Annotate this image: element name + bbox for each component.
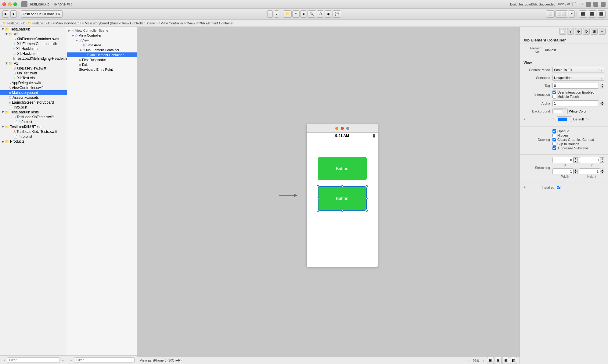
debug-nav-button[interactable]: ⬡	[317, 10, 324, 18]
clears-graphics-checkbox[interactable]: Clears Graphics Context	[552, 138, 594, 141]
connections-inspector-btn[interactable]: →	[599, 28, 606, 35]
filter-options-icon[interactable]: ⊕	[62, 358, 64, 362]
zoom-in-button[interactable]: +	[482, 358, 484, 363]
assistant-editor-button[interactable]: ≡	[569, 10, 575, 18]
scheme-selector[interactable]: TestLoadXib › iPhone XR	[21, 10, 63, 18]
forward-button[interactable]: ›	[274, 10, 279, 18]
stretch-x-decrement[interactable]: ▼	[574, 160, 578, 163]
autoresize-checkbox[interactable]: Autoresize Subviews	[552, 146, 588, 150]
semantic-select[interactable]: Unspecified ⌃⌄	[552, 75, 604, 81]
sidebar-item-appdelegate[interactable]: ▶ S AppDelegate.swift	[0, 80, 67, 85]
alpha-input[interactable]	[552, 100, 599, 106]
nav-item-entry-point[interactable]: ▶ → Storyboard Entry Point	[67, 67, 137, 72]
sidebar-item-xibtest-xib[interactable]: ▶ ✦ XibTest.xib	[0, 76, 67, 80]
sidebar-item-launch-storyboard[interactable]: ▶ ◈ LaunchScreen.storyboard	[0, 100, 67, 105]
sidebar-item-uitests-swift[interactable]: ▶ S TestLoadXibUITests.swift	[0, 129, 67, 134]
nav-item-exit[interactable]: ▶ ⊠ Exit	[67, 62, 137, 67]
installed-input[interactable]	[557, 186, 560, 189]
sidebar-item-xibcontainer-xib[interactable]: ▶ ✦ XibElementContainer.xib	[0, 41, 67, 46]
close-button[interactable]	[2, 2, 6, 6]
autoresize-input[interactable]	[552, 146, 556, 150]
nav-item-scene[interactable]: ▶ ◎ View Controller Scene	[67, 28, 137, 33]
attributes-inspector-btn[interactable]: ⊚	[583, 28, 590, 35]
sidebar-item-xibbaseview[interactable]: ▶ S XibBaseView.swift	[0, 66, 67, 71]
breadcrumb-item-4[interactable]: View Controller Scene	[122, 21, 155, 25]
stretch-x-input[interactable]	[552, 157, 574, 163]
tag-decrement[interactable]: ▼	[600, 86, 604, 88]
tint-color-swatch[interactable]	[557, 116, 572, 122]
nav-filter-input[interactable]	[74, 357, 135, 363]
stretch-w-input[interactable]	[552, 168, 574, 174]
sidebar-item-uitests-group[interactable]: ▶ 📁 TestLoadXibUITests	[0, 124, 67, 129]
alpha-increment[interactable]: ▲	[600, 101, 604, 103]
hide-right-panel-button[interactable]: ⬛	[597, 10, 606, 18]
handle-tl[interactable]	[317, 185, 319, 187]
find-nav-button[interactable]: 🔍	[308, 10, 316, 18]
tag-input[interactable]	[552, 83, 599, 89]
clip-to-bounds-input[interactable]	[552, 142, 556, 146]
run-button[interactable]: ▶	[2, 10, 9, 18]
stretch-h-decrement[interactable]: ▼	[600, 171, 604, 174]
breakpoint-nav-button[interactable]: ◉	[325, 10, 332, 18]
maximize-button[interactable]	[13, 2, 17, 6]
hide-bottom-panel-button[interactable]: ⬛	[588, 10, 596, 18]
stretch-x-increment[interactable]: ▲	[574, 157, 578, 160]
breadcrumb-item-3[interactable]: ◈ Main.storyboard (Base)	[82, 21, 120, 25]
nav-item-xib-container-child[interactable]: ▶ □ Xib Element Container	[67, 52, 137, 57]
stretch-h-increment[interactable]: ▲	[600, 169, 604, 171]
stretch-y-decrement[interactable]: ▼	[600, 160, 604, 163]
user-interaction-checkbox[interactable]: User Interaction Enabled	[552, 91, 594, 94]
breadcrumb-item-5[interactable]: ⬡ View Controller	[157, 21, 183, 25]
handle-mr[interactable]	[366, 198, 368, 199]
source-nav-button[interactable]: ⚠	[292, 10, 300, 18]
minimize-button[interactable]	[8, 2, 12, 6]
canvas-zoom-button[interactable]: ⊟	[495, 357, 502, 364]
handle-br[interactable]	[366, 210, 368, 212]
stretch-w-decrement[interactable]: ▼	[574, 171, 578, 174]
standard-editor-button[interactable]: ⬜	[546, 10, 555, 18]
hide-left-panel-button[interactable]: ⬛	[579, 10, 587, 18]
back-button[interactable]: ‹	[267, 10, 273, 18]
canvas-grid-button[interactable]: ⊞	[502, 357, 509, 364]
hidden-checkbox[interactable]: Hidden	[552, 134, 568, 137]
breadcrumb-item-7[interactable]: □ Xib Element Container	[197, 21, 233, 25]
button-1[interactable]: Button	[318, 157, 367, 180]
breadcrumb-item-2[interactable]: ◈ Main.storyboard	[52, 21, 80, 25]
breadcrumb-item-0[interactable]: 📁 TestLoadXib	[2, 21, 25, 25]
sidebar-item-uitests-plist[interactable]: ▶ 📄 Info.plist	[0, 134, 67, 139]
sidebar-item-xibtest-swift[interactable]: ▶ S XibTest.swift	[0, 71, 67, 76]
sidebar-item-products-group[interactable]: ▶ 📁 Products	[0, 139, 67, 144]
tint-plus[interactable]: +	[523, 117, 527, 121]
canvas-fit-button[interactable]: ⊞	[487, 357, 494, 364]
clip-to-bounds-checkbox[interactable]: Clip to Bounds	[552, 142, 579, 146]
multiple-touch-input[interactable]	[552, 95, 556, 98]
nav-item-first-responder[interactable]: ▶ ◆ First Responder	[67, 57, 137, 62]
nav-item-view[interactable]: ▶ □ View	[67, 38, 137, 43]
sidebar-item-info-plist[interactable]: ▶ 📄 Info.plist	[0, 105, 67, 110]
sidebar-item-tests-plist[interactable]: ▶ 📄 Info.plist	[0, 120, 67, 124]
sidebar-item-tests-swift[interactable]: ▶ S TestLoadXibTests.swift	[0, 115, 67, 120]
sidebar-item-main-storyboard[interactable]: ▶ ◈ Main.storyboard	[0, 90, 67, 95]
file-inspector-btn[interactable]: 📄	[559, 28, 566, 35]
sidebar-item-v1[interactable]: ▶ 📁 V1	[0, 61, 67, 66]
canvas-editor-button[interactable]: ◧	[510, 357, 517, 364]
nav-item-viewcontroller[interactable]: ▶ ⬡ View Controller	[67, 33, 137, 38]
file-nav-button[interactable]: 📁	[283, 10, 292, 18]
button-2[interactable]: Button	[318, 186, 367, 211]
report-nav-button[interactable]: 💬	[333, 10, 341, 18]
handle-tr[interactable]	[366, 185, 368, 187]
background-color-swatch[interactable]	[552, 109, 568, 114]
search-icon[interactable]	[586, 2, 591, 7]
content-mode-select[interactable]: Scale To Fill ⌃⌄	[552, 67, 604, 73]
opaque-input[interactable]	[552, 129, 556, 133]
stretch-y-increment[interactable]: ▲	[600, 157, 604, 160]
sidebar-item-xibhackinit-h[interactable]: ▶ h XibHackinit.h	[0, 46, 67, 51]
sidebar-item-xibhackinit-m[interactable]: ▶ m XibHackinit.m	[0, 51, 67, 56]
clears-graphics-input[interactable]	[552, 138, 556, 141]
sidebar-item-v2[interactable]: ▶ 📁 V2	[0, 32, 67, 37]
multiple-touch-checkbox[interactable]: Multiple Touch	[552, 95, 579, 98]
identity-inspector-btn[interactable]: ⊙	[575, 28, 582, 35]
handle-bm[interactable]	[341, 210, 343, 212]
handle-tm[interactable]	[341, 185, 343, 187]
canvas-area[interactable]: 9:41 AM ▓ Button Button	[137, 27, 520, 364]
